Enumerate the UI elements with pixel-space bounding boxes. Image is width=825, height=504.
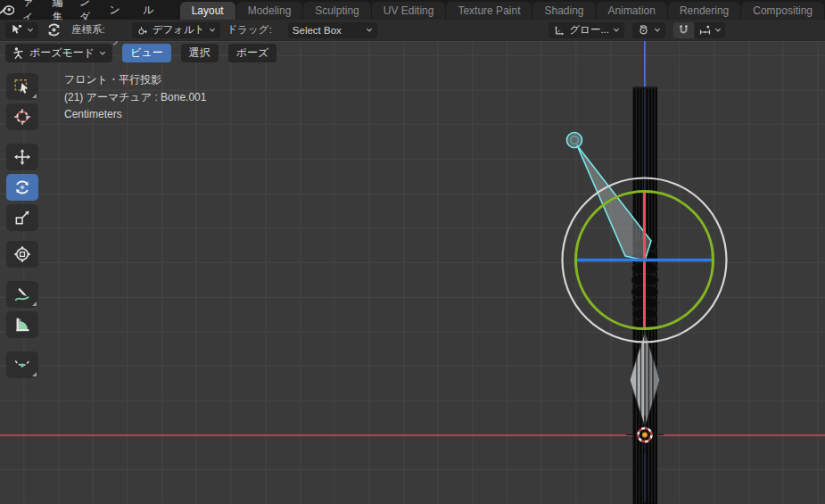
viewport-info-overlay: フロント・平行投影 (21) アーマチュア : Bone.001 Centime… [64, 71, 206, 124]
mode-dropdown[interactable]: ポーズモード [5, 44, 112, 62]
active-object-text: (21) アーマチュア : Bone.001 [64, 89, 206, 107]
tool-move-button[interactable] [6, 144, 38, 170]
measure-icon [13, 316, 31, 334]
tab-sculpting[interactable]: Sculpting [303, 2, 370, 20]
tool-rotate-button[interactable] [6, 174, 38, 201]
menu-file[interactable]: ファイル [14, 0, 45, 20]
snap-target-icon [698, 23, 712, 37]
snap-settings-dropdown[interactable] [695, 22, 725, 38]
blender-window: ファイル 編集 レンダー ウィンドウ ヘルプ Layout Modeling S… [0, 0, 825, 504]
workspace-tabs: Layout Modeling Sculpting UV Editing Tex… [180, 2, 825, 20]
tool-cursor-icon [10, 23, 23, 37]
select-box-icon [13, 78, 31, 95]
toolbar [6, 73, 38, 378]
cursor-3d [626, 416, 664, 454]
tab-modeling[interactable]: Modeling [236, 2, 303, 20]
object-origin-dot [642, 433, 648, 438]
tab-compositing[interactable]: Compositing [741, 2, 824, 20]
tab-rendering[interactable]: Rendering [668, 2, 740, 20]
chevron-down-icon [654, 27, 661, 33]
axes-icon [553, 24, 565, 37]
active-tool-dropdown[interactable] [5, 22, 38, 38]
pivot-point-icon [637, 23, 650, 37]
transform-orientation-value: グロー... [569, 23, 609, 37]
viewport-header: ポーズモード ビュー 選択 ポーズ [5, 44, 276, 62]
pose-mode-icon [12, 46, 25, 60]
menu-view[interactable]: ビュー [122, 44, 171, 62]
chevron-down-icon [613, 27, 620, 33]
menu-select[interactable]: 選択 [181, 44, 219, 62]
tool-cursor-button[interactable] [6, 103, 38, 130]
annotate-icon [13, 285, 31, 303]
chevron-down-icon [27, 27, 34, 33]
tool-annotate-button[interactable] [6, 281, 38, 308]
units-text: Centimeters [64, 106, 206, 124]
transform-orientation-dropdown[interactable]: グロー... [549, 22, 624, 38]
tool-scale-button[interactable] [6, 204, 38, 231]
pivot-point-dropdown[interactable] [632, 22, 665, 38]
menu-pose[interactable]: ポーズ [228, 44, 277, 62]
orientation-dropdown[interactable]: デフォルト [132, 22, 220, 38]
tool-curve-pen-button[interactable] [6, 351, 38, 378]
orientation-label: 座標系: [71, 23, 105, 37]
drag-label: ドラッグ: [227, 23, 272, 37]
snapping-group [673, 22, 725, 38]
scale-icon [13, 209, 31, 227]
tab-animation[interactable]: Animation [597, 2, 667, 20]
curve-pen-icon [13, 356, 31, 374]
tab-layout[interactable]: Layout [180, 2, 235, 20]
mode-label: ポーズモード [29, 45, 95, 61]
transform-icon [13, 245, 31, 263]
tab-texture-paint[interactable]: Texture Paint [446, 2, 532, 20]
cursor-tool-icon [13, 108, 31, 126]
tool-settings-header: 座標系: デフォルト ドラッグ: Select Box [0, 20, 825, 41]
orientation-value: デフォルト [153, 23, 205, 37]
tool-measure-button[interactable] [6, 311, 38, 338]
blender-logo-icon[interactable] [0, 0, 14, 20]
tool-transform-button[interactable] [6, 241, 38, 268]
top-menu-bar: ファイル 編集 レンダー ウィンドウ ヘルプ Layout Modeling S… [0, 0, 825, 20]
rotate-gizmo [563, 178, 727, 343]
chevron-down-icon [366, 27, 373, 33]
tool-select-box-button[interactable] [6, 73, 38, 100]
move-icon [13, 148, 31, 166]
snap-toggle-button[interactable] [673, 22, 694, 38]
rotate-icon [13, 178, 31, 196]
menu-window[interactable]: ウィンドウ [102, 0, 136, 20]
drag-mode-dropdown[interactable]: Select Box [288, 22, 377, 38]
menu-render[interactable]: レンダー [71, 0, 102, 20]
chevron-down-icon [209, 27, 216, 33]
tab-uv-editing[interactable]: UV Editing [372, 2, 446, 20]
menu-edit[interactable]: 編集 [45, 0, 71, 20]
magnet-icon [677, 23, 690, 37]
drag-mode-value: Select Box [293, 25, 342, 36]
tab-shading[interactable]: Shading [532, 2, 595, 20]
cursor-orientation-icon [136, 24, 149, 37]
rotate-tool-indicator-icon[interactable] [45, 21, 62, 38]
chevron-down-icon [99, 50, 106, 56]
chevron-down-icon [714, 27, 722, 33]
view-name-text: フロント・平行投影 [64, 71, 206, 89]
menu-help[interactable]: ヘルプ [135, 0, 161, 20]
bone-tail-sphere[interactable] [567, 133, 582, 148]
